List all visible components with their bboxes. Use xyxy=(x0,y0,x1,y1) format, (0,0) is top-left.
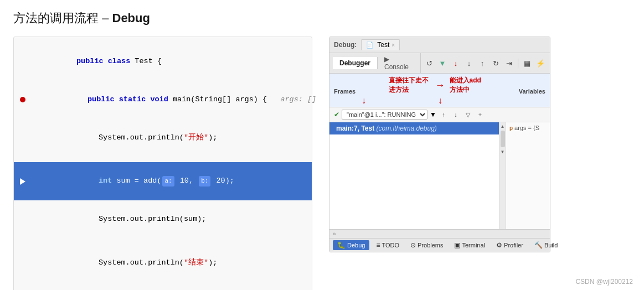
str-begin: "开始" xyxy=(184,133,208,142)
code-content-5: int sum = add(a: 10, b: 20); xyxy=(32,162,307,200)
code-line-1: public class Test { xyxy=(14,43,312,81)
title-sep: – xyxy=(102,11,109,25)
toolbar-step-out[interactable]: ↑ xyxy=(476,57,488,69)
red-arrow-1: ↓ xyxy=(362,96,366,106)
thread-bar: ✔ "main"@1 i...": RUNNING ▼ ↑ ↓ ▽ + xyxy=(329,107,550,122)
expand-icon: » xyxy=(333,231,336,237)
terminal-tab-icon: ▣ xyxy=(454,241,460,249)
annotation-left: 直接往下走不进方法 xyxy=(389,76,430,95)
variables-section-label: Variables xyxy=(519,88,545,95)
content-area: public class Test { public static void m… xyxy=(13,37,631,290)
var-args-val: args = {S xyxy=(514,125,539,131)
bottom-tabs: 🐛 Debug ≡ TODO ⊙ Problems ▣ Terminal ⚙ xyxy=(329,238,550,252)
label-a: a: xyxy=(162,176,174,187)
kw-class: class xyxy=(108,57,135,65)
code-line-8: System.out.println("结束"); xyxy=(14,244,312,282)
debug-tab-text: Debug xyxy=(347,242,365,248)
code-line-9: } xyxy=(14,282,312,290)
println-begin: System.out.println( xyxy=(99,133,184,142)
problems-tab-text: Problems xyxy=(418,242,443,248)
label-b: b: xyxy=(199,176,210,187)
code-line-4 xyxy=(14,157,312,162)
toolbar-settings[interactable]: ⚡ xyxy=(534,57,547,69)
debug-tab-name: Test xyxy=(377,41,389,49)
debug-tab-icon: 🐛 xyxy=(337,241,346,249)
code-line-3: System.out.println("开始"); xyxy=(14,119,312,157)
csdn-watermark: CSDN @wjl200212 xyxy=(575,278,633,286)
code-content-9: } xyxy=(32,282,307,290)
code-content-8: System.out.println("结束"); xyxy=(32,244,307,282)
println-sum: System.out.println(sum); xyxy=(99,215,206,223)
toolbar-step-into[interactable]: ↓ xyxy=(463,57,475,69)
thread-add-btn[interactable]: + xyxy=(475,110,485,120)
toolbar-reset[interactable]: ↻ xyxy=(490,57,502,69)
debugger-tab[interactable]: Debugger xyxy=(333,57,378,69)
problems-tab-icon: ⊙ xyxy=(410,241,416,249)
toolbar-mute[interactable]: ⇥ xyxy=(503,57,515,69)
bottom-tab-todo[interactable]: ≡ TODO xyxy=(372,240,404,250)
title-cn: 方法的调用流程 xyxy=(13,11,99,25)
red-arrow-2: ↓ xyxy=(438,96,442,106)
variable-args: p args = {S xyxy=(509,125,547,131)
code-content-1: public class Test { xyxy=(32,43,307,81)
debug-body: main:7, Test (com.itheima.debug) ▲ ▼ p xyxy=(329,122,550,229)
code-line-6: System.out.println(sum); xyxy=(14,200,312,239)
debugger-tab-label: Debugger xyxy=(339,59,370,67)
gutter-5 xyxy=(14,178,32,185)
thread-filter-btn[interactable]: ▽ xyxy=(463,110,473,120)
debug-toolbar-icons: ↺ ▼ ↓ ↓ ↑ ↻ ⇥ ▦ ⚡ xyxy=(423,57,547,69)
sum-assign: sum = add( xyxy=(116,177,161,185)
debug-panel: Debug: 📄 Test × Debugger ▶ Console ↺ xyxy=(329,37,550,252)
build-tab-text: Build xyxy=(544,242,558,248)
code-content-2: public static void main(String[] args) {… xyxy=(32,81,316,119)
debug-label: Debug: xyxy=(334,41,357,49)
scroll-down-btn[interactable]: ▼ xyxy=(500,149,506,154)
bottom-tab-build[interactable]: 🔨 Build xyxy=(530,240,562,250)
kw-static-2: static xyxy=(119,95,151,103)
scroll-thumb xyxy=(501,131,505,147)
classname: Test { xyxy=(135,57,162,65)
code-content-3: System.out.println("开始"); xyxy=(32,119,307,157)
toolbar-step-over[interactable]: ↓ xyxy=(450,57,462,69)
bottom-tab-terminal[interactable]: ▣ Terminal xyxy=(450,240,490,250)
str-end: "结束" xyxy=(184,258,208,267)
profiler-tab-text: Profiler xyxy=(504,242,523,248)
page-container: 方法的调用流程 – Debug public class Test { publ… xyxy=(0,0,644,290)
thread-selector[interactable]: "main"@1 i...": RUNNING xyxy=(342,110,427,120)
frames-section: main:7, Test (com.itheima.debug) xyxy=(329,122,499,229)
println-end: ); xyxy=(208,133,217,142)
toolbar-view[interactable]: ▦ xyxy=(521,57,533,69)
tab-close-btn[interactable]: × xyxy=(391,42,395,48)
terminal-tab-text: Terminal xyxy=(462,242,485,248)
toolbar-resume[interactable]: ▼ xyxy=(436,57,449,69)
arrow-between: → xyxy=(435,80,445,91)
check-icon: ✔ xyxy=(334,111,339,118)
code-content-6: System.out.println(sum); xyxy=(32,200,307,239)
panel-expand-btn[interactable]: » xyxy=(329,229,550,238)
bottom-tab-problems[interactable]: ⊙ Problems xyxy=(406,240,447,250)
bottom-tab-profiler[interactable]: ⚙ Profiler xyxy=(492,240,528,250)
annotation-right: 能进入add方法中 xyxy=(450,76,486,95)
code-line-7 xyxy=(14,239,312,244)
profiler-tab-icon: ⚙ xyxy=(496,241,502,249)
title-en: Debug xyxy=(112,11,150,25)
bottom-tab-debug[interactable]: 🐛 Debug xyxy=(333,240,369,250)
code-line-2: public static void main(String[] args) {… xyxy=(14,81,312,119)
debug-tab-test[interactable]: 📄 Test × xyxy=(361,39,400,50)
frame-class: (com.itheima.debug) xyxy=(376,125,436,132)
thread-up-btn[interactable]: ↑ xyxy=(439,110,449,120)
code-panel: public class Test { public static void m… xyxy=(13,37,312,290)
stack-frame-main[interactable]: main:7, Test (com.itheima.debug) xyxy=(329,122,499,134)
gutter-2 xyxy=(14,97,32,102)
toolbar-rerun[interactable]: ↺ xyxy=(423,57,435,69)
kw-public-1: public xyxy=(76,57,108,65)
red-arrows-row: ↓ ↓ xyxy=(334,96,545,106)
scroll-up-btn[interactable]: ▲ xyxy=(500,123,506,129)
frames-section-label: Frames xyxy=(334,88,356,95)
kw-public-2: public xyxy=(87,95,119,103)
kw-void: void xyxy=(150,95,173,103)
thread-down-btn[interactable]: ↓ xyxy=(451,110,461,120)
breakpoint-dot-2 xyxy=(20,97,25,102)
console-tab[interactable]: ▶ Console xyxy=(378,53,421,73)
args-hint: args: [] xyxy=(280,95,316,103)
